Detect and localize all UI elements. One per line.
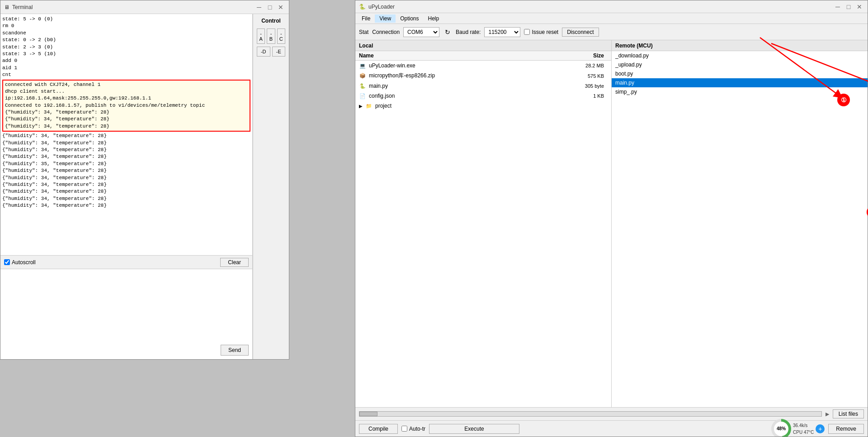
terminal-bottom-bar: Autoscroll Clear — [0, 255, 252, 269]
folder-toggle-icon: ▶ — [359, 104, 364, 109]
autotransfer-text: Auto-tr — [409, 426, 425, 432]
disconnect-button[interactable]: Disconnect — [562, 28, 599, 37]
terminal-body: state: 5 -> 0 (0) rm 0 scandone state: 0… — [0, 14, 289, 359]
upyloader-window-controls: ─ □ ✕ — [833, 2, 864, 11]
ctrl-a-button[interactable]: -A — [257, 28, 265, 44]
remote-file-list: _download.py _upload.py boot.py main.py … — [612, 51, 868, 407]
file-size: 305 byte — [526, 83, 608, 89]
terminal-line: state: 3 -> 5 (10) — [2, 51, 250, 57]
issue-reset-label[interactable]: Issue reset — [524, 29, 558, 35]
cpu-circle: 48% — [771, 419, 791, 437]
terminal-line: {"humidity": 34, "temperature": 28} — [2, 202, 250, 209]
horizontal-scrollbar[interactable] — [359, 411, 822, 417]
remote-panel-header: Remote (MCU) — [612, 40, 868, 51]
file-name: main.py — [369, 83, 526, 89]
terminal-window-controls: ─ □ ✕ — [255, 3, 285, 12]
send-button[interactable]: Send — [221, 345, 249, 356]
remote-file-item[interactable]: _upload.py — [612, 60, 868, 69]
col-name-header: Name — [359, 52, 522, 59]
terminal-titlebar: 🖥 Terminal ─ □ ✕ — [0, 0, 289, 14]
remote-file-item[interactable]: simp_.py — [612, 87, 868, 96]
issue-reset-checkbox[interactable] — [524, 29, 530, 35]
terminal-line: {"humidity": 34, "temperature": 28} — [2, 175, 250, 181]
file-name: uPyLoader-win.exe — [369, 62, 526, 69]
ctrl-e-button[interactable]: -E — [272, 47, 286, 57]
upyloader-statusbar: Compile Auto-tr Execute 48% 36.4k/s CPU … — [355, 420, 868, 437]
terminal-close-button[interactable]: ✕ — [276, 3, 285, 12]
upyloader-titlebar: 🐍 uPyLoader ─ □ ✕ — [355, 0, 868, 13]
terminal-minimize-button[interactable]: ─ — [255, 3, 264, 12]
menu-options[interactable]: Options — [396, 14, 423, 23]
file-size: 575 KB — [526, 73, 608, 79]
menu-file[interactable]: File — [357, 14, 375, 23]
remote-file-item[interactable]: _download.py — [612, 51, 868, 60]
list-files-button[interactable]: List files — [833, 409, 864, 418]
terminal-line: add 0 — [2, 57, 250, 64]
terminal-output: state: 5 -> 0 (0) rm 0 scandone state: 0… — [0, 14, 252, 255]
file-item[interactable]: ▶ 📁 project — [355, 101, 611, 111]
control-title: Control — [257, 18, 285, 24]
terminal-line: rm 0 — [2, 23, 250, 29]
upyloader-close-button[interactable]: ✕ — [855, 2, 864, 11]
file-item[interactable]: 💻 uPyLoader-win.exe 28.2 MB — [355, 61, 611, 71]
ctrl-row-1: -A -B -C — [257, 28, 285, 44]
autoscroll-checkbox[interactable] — [4, 259, 10, 265]
upyloader-title: uPyLoader — [368, 4, 395, 10]
file-folder-icon: 📁 — [365, 102, 373, 109]
terminal-line: {"humidity": 34, "temperature": 28} — [2, 140, 250, 147]
terminal-line: {"humidity": 34, "temperature": 28} — [2, 181, 250, 188]
file-list-header: Name Size — [355, 51, 611, 61]
remote-file-item[interactable]: boot.py — [612, 69, 868, 78]
upyloader-content: Local Name Size 💻 uPyLoader-win.exe 28.2… — [355, 40, 868, 437]
cpu-plus-button[interactable]: + — [816, 424, 825, 433]
connection-label: Connection — [372, 29, 400, 35]
terminal-line: {"humidity": 34, "temperature": 28} — [2, 188, 250, 195]
connection-select[interactable]: COM6 — [403, 27, 439, 37]
menu-help[interactable]: Help — [424, 14, 444, 23]
refresh-button[interactable]: ↻ — [443, 28, 452, 37]
local-panel-header: Local — [355, 40, 611, 51]
file-json-icon: 📄 — [359, 92, 366, 100]
terminal-line: {"humidity": 34, "temperature": 28} — [5, 116, 248, 123]
terminal-highlighted-block: connected with CXJT24, channel 1 dhcp cl… — [2, 80, 250, 132]
terminal-line: dhcp client start... — [5, 88, 248, 95]
upyloader-minimize-button[interactable]: ─ — [833, 2, 842, 11]
terminal-line: state: 2 -> 3 (0) — [2, 44, 250, 51]
ctrl-b-button[interactable]: -B — [267, 28, 275, 44]
autotransfer-checkbox[interactable] — [401, 426, 407, 432]
terminal-line: cnt — [2, 71, 250, 78]
file-zip-icon: 📦 — [359, 72, 366, 80]
file-item[interactable]: 📄 config.json 1 KB — [355, 91, 611, 101]
ctrl-c-button[interactable]: -C — [277, 28, 285, 44]
terminal-line: {"humidity": 34, "temperature": 28} — [5, 109, 248, 116]
terminal-maximize-button[interactable]: □ — [265, 3, 274, 12]
clear-button[interactable]: Clear — [220, 258, 249, 267]
terminal-line: scandone — [2, 30, 250, 37]
ctrl-d-button[interactable]: -D — [257, 47, 270, 57]
remove-button[interactable]: Remove — [828, 424, 864, 434]
scroll-right-arrow[interactable]: ▶ — [826, 411, 829, 417]
menu-view[interactable]: View — [375, 14, 396, 23]
autotransfer-label[interactable]: Auto-tr — [401, 426, 425, 432]
terminal-line: {"humidity": 35, "temperature": 28} — [2, 161, 250, 167]
execute-button[interactable]: Execute — [429, 424, 519, 434]
terminal-input-area[interactable]: Send — [0, 269, 252, 359]
file-item[interactable]: 📦 micropython库-esp8266.zip 575 KB — [355, 71, 611, 81]
compile-button[interactable]: Compile — [359, 424, 398, 434]
file-item[interactable]: 🐍 main.py 305 byte — [355, 81, 611, 91]
file-py-icon: 🐍 — [359, 82, 366, 90]
terminal-line: {"humidity": 34, "temperature": 28} — [2, 195, 250, 202]
terminal-line: aid 1 — [2, 65, 250, 71]
remote-file-item-selected[interactable]: main.py — [612, 78, 868, 87]
autoscroll-label[interactable]: Autoscroll — [4, 259, 36, 266]
baud-rate-select[interactable]: 115200 — [484, 27, 520, 37]
autoscroll-text: Autoscroll — [12, 259, 36, 266]
upyloader-maximize-button[interactable]: □ — [844, 2, 853, 11]
terminal-line: state: 0 -> 2 (b0) — [2, 37, 250, 43]
issue-reset-text: Issue reset — [532, 29, 558, 35]
terminal-left-pane: state: 5 -> 0 (0) rm 0 scandone state: 0… — [0, 14, 253, 359]
terminal-title: Terminal — [12, 4, 33, 10]
cpu-widget: 48% 36.4k/s CPU 47°C + — [771, 419, 825, 437]
cpu-speed: 36.4k/s — [793, 422, 814, 429]
status-label: Stat — [359, 29, 368, 35]
